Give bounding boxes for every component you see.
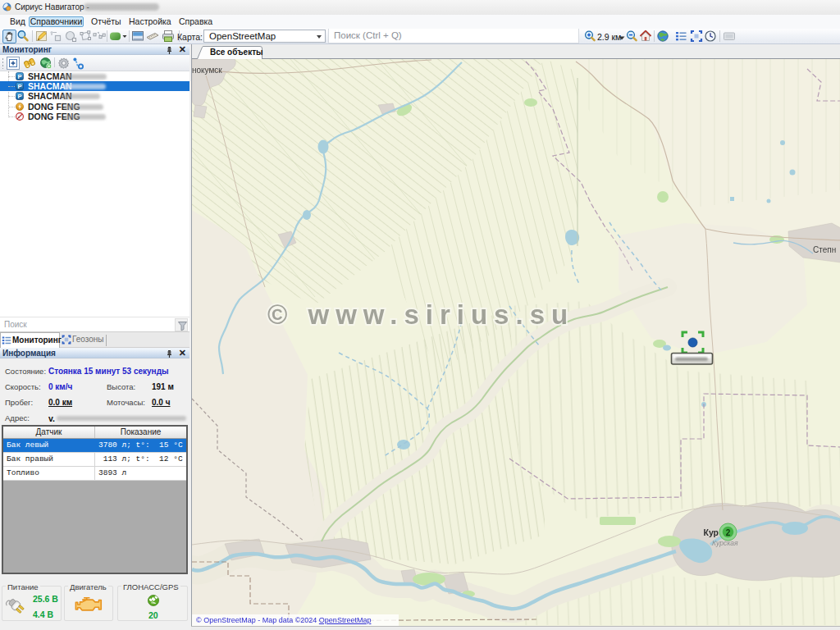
close-panel-icon[interactable]: ✕: [179, 44, 186, 55]
map-search-input[interactable]: Поиск (Ctrl + Q): [328, 29, 579, 43]
map-provider-select[interactable]: OpenStreetMap: [203, 30, 326, 43]
home-icon: [639, 30, 652, 43]
sensor-row[interactable]: Бак левый 3780 л; t°: 15 °C: [3, 439, 186, 453]
sensor-row[interactable]: Топливо 3893 л: [3, 467, 186, 481]
tab-monitoring-label: Мониторинг: [12, 333, 62, 348]
menu-spravochniki[interactable]: Справочники: [29, 16, 84, 27]
attribution-text: © OpenStreetMap - Map data ©2024: [196, 616, 319, 624]
settings-button[interactable]: [57, 57, 71, 70]
info-pin-icon[interactable]: [165, 349, 174, 358]
expand-all-icon: [7, 57, 19, 69]
mileage-value[interactable]: 0.0 км: [48, 398, 72, 407]
filter-button[interactable]: [175, 318, 188, 331]
sensor-col-header[interactable]: Датчик: [3, 427, 95, 438]
ruler-button[interactable]: [146, 30, 160, 43]
object-list-button[interactable]: [674, 30, 688, 43]
zoom-out-button[interactable]: [625, 30, 639, 43]
tab-monitoring[interactable]: Мониторинг: [0, 332, 60, 348]
monitoring-tab-icon: [2, 336, 11, 345]
expand-all-button[interactable]: [7, 57, 20, 70]
tab-geozones[interactable]: Геозоны: [61, 332, 107, 347]
globe-button[interactable]: [656, 30, 670, 43]
svg-text:P: P: [17, 73, 21, 80]
menu-vid[interactable]: Вид: [10, 15, 25, 29]
app-window: Сириус Навигатор - Вид Справочники Отчёт…: [0, 0, 840, 630]
edit-geozone-button[interactable]: [35, 30, 49, 43]
fit-frame-icon: [690, 30, 703, 43]
polyline-tool-button-disabled: [93, 30, 107, 43]
town-label-nw: нокумск: [192, 66, 222, 75]
map-tab-all-objects[interactable]: Все объекты: [197, 46, 262, 59]
toolbar-grip[interactable]: [2, 57, 4, 69]
track-vehicle-button[interactable]: [23, 57, 36, 70]
monitoring-panel-toolbar: [0, 55, 189, 71]
sensor-row[interactable]: Бак правый 113 л; t°: 12 °C: [3, 453, 186, 467]
menu-spravka[interactable]: Справка: [179, 15, 212, 29]
fit-all-button[interactable]: [690, 30, 704, 43]
toolbar-separator: [719, 30, 720, 42]
minimap-button-disabled: [723, 30, 737, 43]
zoom-select-button[interactable]: [16, 30, 30, 43]
zoom-in-icon: [583, 30, 596, 43]
menu-nastroyka[interactable]: Настройка: [129, 15, 171, 29]
toolbar-separator: [129, 30, 130, 42]
toolbar-separator: [107, 30, 107, 42]
zoom-in-button[interactable]: [583, 30, 597, 43]
home-view-button[interactable]: [639, 30, 653, 43]
vehicle-row-selected[interactable]: P SHACMAN: [0, 81, 189, 91]
pin-icon[interactable]: [165, 46, 174, 55]
map-viewport[interactable]: нокумск Степн Кур Курская © www.sirius.s…: [192, 59, 840, 626]
altitude-value: 191 м: [152, 382, 174, 391]
pan-tool-button[interactable]: [2, 30, 16, 43]
vehicle-map-label: [672, 354, 713, 365]
attribution-link[interactable]: OpenStreetMap: [319, 616, 372, 624]
gps-groupbox: ГЛОНАСС/GPS 20: [117, 586, 188, 621]
history-button[interactable]: [704, 30, 718, 43]
window-title: Сириус Навигатор -: [15, 2, 89, 11]
toolbar-separator: [32, 30, 33, 42]
color-swatch-icon: [109, 30, 127, 43]
vehicle-row[interactable]: P SHACMAN: [0, 91, 189, 101]
tree-branch-stub: [8, 107, 15, 107]
vehicle-row[interactable]: P SHACMAN: [0, 71, 189, 81]
speed-label: Скорость:: [5, 382, 41, 391]
gps-label: ГЛОНАСС/GPS: [121, 582, 180, 591]
route-button[interactable]: [72, 57, 85, 70]
engine-label: Двигатель: [68, 582, 108, 591]
list-icon: [674, 30, 687, 43]
value-col-header[interactable]: Показание: [95, 427, 186, 438]
toolbar-separator: [654, 30, 655, 42]
menu-otchety[interactable]: Отчёты: [91, 15, 121, 29]
power-plug-icon: [5, 595, 26, 616]
tab-separator: [106, 335, 107, 346]
cluster-marker[interactable]: 2: [719, 523, 737, 541]
map-snapshot-button[interactable]: [131, 30, 145, 43]
hours-value[interactable]: 0.0 ч: [152, 398, 171, 407]
map-scale-value[interactable]: 2.9 км: [597, 32, 621, 42]
print-button[interactable]: [162, 30, 176, 43]
info-close-icon[interactable]: ✕: [179, 348, 186, 358]
hand-icon: [3, 30, 16, 43]
vehicle-dot-icon: [688, 338, 697, 347]
tree-search-input[interactable]: Поиск: [4, 320, 27, 329]
parked-status-icon: P: [16, 82, 24, 90]
show-on-map-button[interactable]: [39, 57, 52, 70]
minimap-icon: [723, 30, 736, 43]
plate-redacted: [63, 84, 106, 89]
pencil-edit-icon: [35, 30, 48, 43]
info-panel-header: Информация ✕: [0, 348, 189, 358]
monitoring-panel-title: Мониторинг: [2, 45, 52, 55]
map-area: Все объекты нокумск Степн Кур Курская © …: [191, 44, 840, 626]
vehicle-row[interactable]: DONG FENG: [0, 102, 189, 112]
map-tab-label: Все объекты: [210, 48, 263, 57]
node-edit-icon: [49, 30, 62, 43]
panel-bottom-tabs: Мониторинг Геозоны: [0, 332, 189, 348]
scale-dropdown-arrow[interactable]: [619, 36, 625, 40]
funnel-icon: [177, 321, 188, 331]
tree-branch-stub: [8, 116, 15, 117]
monitoring-panel-header: Мониторинг ✕: [0, 44, 189, 55]
vehicle-row[interactable]: DONG FENG: [0, 112, 189, 121]
map-attribution: © OpenStreetMap - Map data ©2024 OpenStr…: [192, 614, 399, 626]
svg-text:P: P: [17, 83, 21, 90]
geozone-color-button[interactable]: [109, 30, 127, 43]
